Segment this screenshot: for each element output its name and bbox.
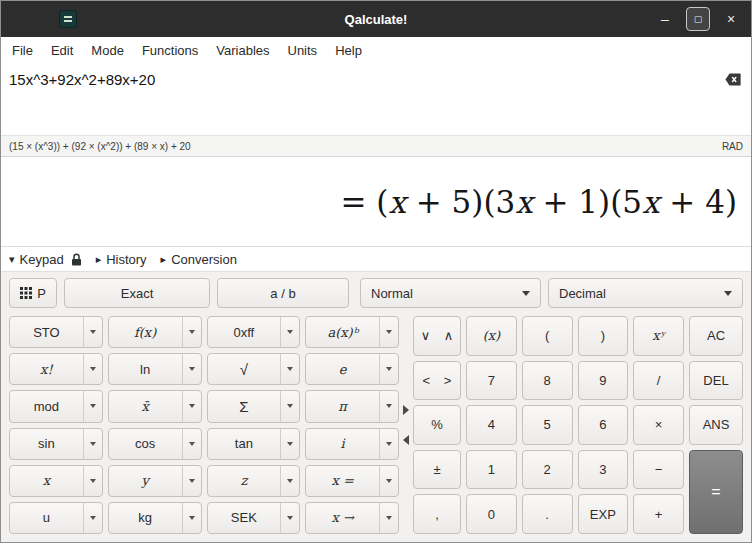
key-equals[interactable]: = xyxy=(689,450,743,534)
key-7[interactable]: 7 xyxy=(466,361,517,401)
key-5[interactable]: 5 xyxy=(522,405,573,445)
key-power[interactable]: xʸ xyxy=(633,316,684,356)
dropdown-arrow-icon[interactable] xyxy=(379,503,398,533)
dropdown-arrow-icon[interactable] xyxy=(83,466,102,496)
keypad-toggle[interactable]: ▾ Keypad xyxy=(9,252,82,267)
keypad-button-sek[interactable]: SEK xyxy=(207,502,301,534)
dropdown-arrow-icon[interactable] xyxy=(280,354,299,384)
menu-units[interactable]: Units xyxy=(279,43,327,58)
expression-input[interactable]: 15x^3+92x^2+89x+20 xyxy=(1,63,751,88)
keypad-button-sin[interactable]: sin xyxy=(9,428,103,460)
display-mode-dropdown[interactable]: Normal xyxy=(360,278,541,308)
minimize-button[interactable]: – xyxy=(653,7,677,31)
key-plus[interactable]: + xyxy=(633,494,684,534)
keypad-button-fx[interactable]: f(x) xyxy=(108,316,202,348)
key-dot[interactable]: . xyxy=(522,494,573,534)
key-4[interactable]: 4 xyxy=(466,405,517,445)
keypad-button-mean[interactable]: x̄ xyxy=(108,390,202,422)
dropdown-arrow-icon[interactable] xyxy=(379,466,398,496)
keypad-button-axb[interactable]: a(x)ᵇ xyxy=(305,316,399,348)
key-comma[interactable]: , xyxy=(413,494,461,534)
programming-keypad-button[interactable]: P xyxy=(9,278,57,308)
menu-variables[interactable]: Variables xyxy=(207,43,278,58)
dropdown-arrow-icon[interactable] xyxy=(280,503,299,533)
key-1[interactable]: 1 xyxy=(466,450,517,490)
keypad-button-y[interactable]: y xyxy=(108,465,202,497)
keyboard-lock-icon[interactable] xyxy=(71,253,82,266)
keypad-button-u[interactable]: u xyxy=(9,502,103,534)
clear-expression-icon[interactable] xyxy=(725,72,741,87)
dropdown-arrow-icon[interactable] xyxy=(379,429,398,459)
angle-mode-indicator[interactable]: RAD xyxy=(722,141,743,152)
dropdown-arrow-icon[interactable] xyxy=(182,466,201,496)
dropdown-arrow-icon[interactable] xyxy=(379,317,398,347)
keypad-button-0xff[interactable]: 0xff xyxy=(207,316,301,348)
keypad-button-sum[interactable]: Σ xyxy=(207,390,301,422)
keypad-button-factorial[interactable]: x! xyxy=(9,353,103,385)
dropdown-arrow-icon[interactable] xyxy=(182,391,201,421)
keypad-button-x[interactable]: x xyxy=(9,465,103,497)
keypad-button-tan[interactable]: tan xyxy=(207,428,301,460)
keypad-expand-left-handle[interactable] xyxy=(403,435,409,445)
keypad-button-i[interactable]: i xyxy=(305,428,399,460)
key-multiply[interactable]: × xyxy=(633,405,684,445)
dropdown-arrow-icon[interactable] xyxy=(379,354,398,384)
number-base-dropdown[interactable]: Decimal xyxy=(548,278,743,308)
dropdown-arrow-icon[interactable] xyxy=(182,503,201,533)
key-2[interactable]: 2 xyxy=(522,450,573,490)
keypad-button-z[interactable]: z xyxy=(207,465,301,497)
key-minus[interactable]: − xyxy=(633,450,684,490)
dropdown-arrow-icon[interactable] xyxy=(83,391,102,421)
key-paren-x[interactable]: (x) xyxy=(466,316,517,356)
key-close-paren[interactable]: ) xyxy=(578,316,629,356)
titlebar[interactable]: Qalculate! – ▢ × xyxy=(1,1,751,37)
key-divide[interactable]: / xyxy=(633,361,684,401)
key-8[interactable]: 8 xyxy=(522,361,573,401)
conversion-toggle[interactable]: ▸ Conversion xyxy=(161,252,237,267)
key-3[interactable]: 3 xyxy=(578,450,629,490)
keypad-button-x-equals[interactable]: x = xyxy=(305,465,399,497)
maximize-button[interactable]: ▢ xyxy=(686,7,710,31)
key-percent[interactable]: % xyxy=(413,405,461,445)
keypad-button-kg[interactable]: kg xyxy=(108,502,202,534)
dropdown-arrow-icon[interactable] xyxy=(182,317,201,347)
key-ac[interactable]: AC xyxy=(689,316,743,356)
keypad-button-sto[interactable]: STO xyxy=(9,316,103,348)
menu-file[interactable]: File xyxy=(3,43,42,58)
dropdown-arrow-icon[interactable] xyxy=(83,429,102,459)
menu-help[interactable]: Help xyxy=(326,43,371,58)
dropdown-arrow-icon[interactable] xyxy=(280,391,299,421)
keypad-button-ln[interactable]: ln xyxy=(108,353,202,385)
dropdown-arrow-icon[interactable] xyxy=(280,317,299,347)
keypad-button-pi[interactable]: π xyxy=(305,390,399,422)
keypad-button-sqrt[interactable]: √ xyxy=(207,353,301,385)
dropdown-arrow-icon[interactable] xyxy=(182,354,201,384)
key-6[interactable]: 6 xyxy=(578,405,629,445)
key-plus-minus[interactable]: ± xyxy=(413,450,461,490)
keypad-button-mod[interactable]: mod xyxy=(9,390,103,422)
menu-functions[interactable]: Functions xyxy=(133,43,207,58)
dropdown-arrow-icon[interactable] xyxy=(83,503,102,533)
keypad-button-x-to[interactable]: x → xyxy=(305,502,399,534)
dropdown-arrow-icon[interactable] xyxy=(280,466,299,496)
history-toggle[interactable]: ▸ History xyxy=(96,252,147,267)
menu-mode[interactable]: Mode xyxy=(82,43,133,58)
dropdown-arrow-icon[interactable] xyxy=(83,354,102,384)
dropdown-arrow-icon[interactable] xyxy=(379,391,398,421)
fraction-button[interactable]: a / b xyxy=(217,278,349,308)
key-open-paren[interactable]: ( xyxy=(522,316,573,356)
keypad-button-e[interactable]: e xyxy=(305,353,399,385)
key-cursor-left-right[interactable]: < > xyxy=(413,361,461,401)
key-0[interactable]: 0 xyxy=(466,494,517,534)
exact-button[interactable]: Exact xyxy=(64,278,210,308)
dropdown-arrow-icon[interactable] xyxy=(83,317,102,347)
dropdown-arrow-icon[interactable] xyxy=(182,429,201,459)
expression-input-area[interactable]: 15x^3+92x^2+89x+20 xyxy=(1,63,751,135)
keypad-button-cos[interactable]: cos xyxy=(108,428,202,460)
key-9[interactable]: 9 xyxy=(578,361,629,401)
key-del[interactable]: DEL xyxy=(689,361,743,401)
key-exp[interactable]: EXP xyxy=(578,494,629,534)
keypad-expand-right-handle[interactable] xyxy=(403,405,409,415)
key-ans[interactable]: ANS xyxy=(689,405,743,445)
dropdown-arrow-icon[interactable] xyxy=(280,429,299,459)
